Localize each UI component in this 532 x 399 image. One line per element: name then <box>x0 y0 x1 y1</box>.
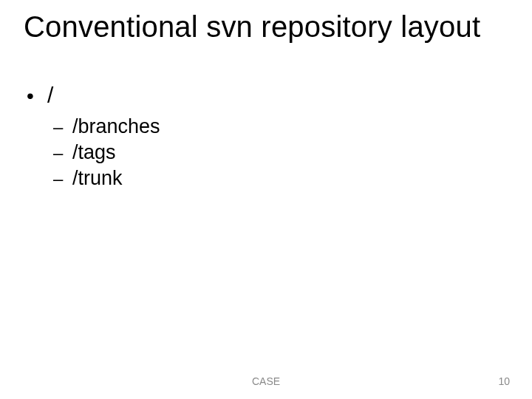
page-number: 10 <box>498 375 510 387</box>
list-item-branches: – /branches <box>53 115 160 138</box>
slide-title: Conventional svn repository layout <box>24 10 514 44</box>
footer-center: CASE <box>0 375 532 387</box>
list-item-trunk: – /trunk <box>53 167 160 190</box>
list-item-tags: – /tags <box>53 141 160 164</box>
list-item-label: /trunk <box>72 167 123 190</box>
bullet-marker-l2: – <box>53 144 72 162</box>
list-item-label: /tags <box>72 141 116 164</box>
slide-content: • / – /branches – /tags – /trunk <box>27 83 160 193</box>
bullet-marker-l2: – <box>53 170 72 188</box>
list-item-root: • / <box>27 83 160 108</box>
bullet-marker-l2: – <box>53 118 72 136</box>
bullet-marker-l1: • <box>27 86 47 106</box>
list-item-label: / <box>47 83 53 108</box>
list-item-label: /branches <box>72 115 160 138</box>
